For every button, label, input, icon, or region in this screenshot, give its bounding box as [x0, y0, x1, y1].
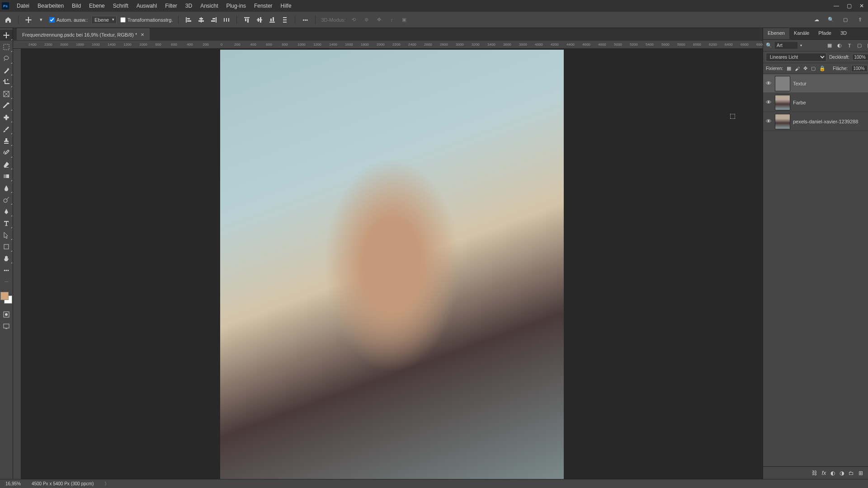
link-layers-icon[interactable]: ⛓: [812, 470, 817, 476]
crop-tool[interactable]: [0, 77, 13, 88]
filter-type-icon[interactable]: T: [846, 42, 853, 49]
layer-style-icon[interactable]: fx: [822, 470, 826, 476]
menu-ebene[interactable]: Ebene: [85, 1, 109, 11]
tab-ebenen[interactable]: Ebenen: [763, 28, 789, 39]
close-button[interactable]: ✕: [857, 1, 866, 10]
layer-row[interactable]: 👁 pexels-daniel-xavier-1239288: [763, 112, 868, 131]
search-icon[interactable]: 🔍: [766, 42, 772, 48]
menu-fenster[interactable]: Fenster: [250, 1, 277, 11]
tab-pfade[interactable]: Pfade: [814, 28, 836, 39]
lock-position-icon[interactable]: ✥: [803, 66, 807, 71]
frame-tool[interactable]: [0, 89, 13, 99]
shape-tool[interactable]: [0, 241, 13, 252]
eraser-tool[interactable]: [0, 159, 13, 170]
layer-mask-icon[interactable]: ◐: [830, 470, 835, 476]
lock-all-icon[interactable]: 🔒: [819, 66, 826, 71]
align-left-icon[interactable]: [184, 15, 193, 24]
align-top-icon[interactable]: [242, 15, 251, 24]
gradient-tool[interactable]: [0, 171, 13, 182]
workspace-icon[interactable]: ▢: [841, 15, 850, 24]
eyedropper-tool[interactable]: [0, 100, 13, 111]
zoom-level[interactable]: 16,95%: [5, 481, 21, 486]
align-bottom-icon[interactable]: [268, 15, 277, 24]
align-center-h-icon[interactable]: [197, 15, 206, 24]
fill-input[interactable]: [851, 65, 868, 72]
dodge-tool[interactable]: [0, 194, 13, 205]
foreground-color[interactable]: [0, 292, 9, 300]
dropdown-icon[interactable]: ▾: [37, 15, 46, 24]
marquee-tool[interactable]: [0, 42, 13, 52]
distribute-h-icon[interactable]: [222, 15, 231, 24]
status-chevron-icon[interactable]: 〉: [104, 481, 109, 487]
vertical-ruler[interactable]: [13, 49, 21, 479]
tab-3d[interactable]: 3D: [836, 28, 851, 39]
menu-auswahl[interactable]: Auswahl: [132, 1, 161, 11]
filter-type-select[interactable]: [775, 42, 797, 49]
blur-tool[interactable]: [0, 183, 13, 193]
layer-visibility-icon[interactable]: 👁: [765, 118, 772, 125]
more-options-icon[interactable]: •••: [301, 15, 310, 24]
menu-schrift[interactable]: Schrift: [109, 1, 132, 11]
align-middle-icon[interactable]: [255, 15, 264, 24]
move-tool[interactable]: [0, 30, 13, 41]
layer-visibility-icon[interactable]: 👁: [765, 99, 772, 106]
filter-pixel-icon[interactable]: ▦: [826, 42, 833, 49]
adjustment-layer-icon[interactable]: ◑: [840, 470, 844, 476]
lock-artboard-icon[interactable]: ▢: [811, 66, 816, 71]
search-icon[interactable]: 🔍: [826, 15, 835, 24]
share-icon[interactable]: ⇪: [855, 15, 864, 24]
menu-ansicht[interactable]: Ansicht: [196, 1, 222, 11]
layer-name[interactable]: Farbe: [793, 100, 806, 105]
document-tab[interactable]: Frequenztrennung.psdc bei 16,9% (Textur,…: [17, 28, 150, 40]
brush-tool[interactable]: [0, 124, 13, 135]
menu-bearbeiten[interactable]: Bearbeiten: [33, 1, 68, 11]
layer-visibility-icon[interactable]: 👁: [765, 80, 772, 87]
pen-tool[interactable]: [0, 206, 13, 217]
menu-3d[interactable]: 3D: [181, 1, 196, 11]
layer-name[interactable]: pexels-daniel-xavier-1239288: [793, 119, 858, 124]
minimize-button[interactable]: —: [832, 1, 841, 10]
layer-row[interactable]: 👁 Textur: [763, 74, 868, 93]
document-dimensions[interactable]: 4500 Px x 5400 Px (300 ppcm): [32, 481, 94, 486]
layer-group-icon[interactable]: 🗀: [849, 470, 854, 476]
auto-select-checkbox[interactable]: Autom. ausw.:: [49, 17, 88, 23]
menu-datei[interactable]: Datei: [13, 1, 33, 11]
opacity-input[interactable]: [852, 54, 868, 61]
layer-name[interactable]: Textur: [793, 81, 807, 86]
more-tools[interactable]: •••: [0, 265, 13, 276]
layer-select[interactable]: Ebene: [91, 16, 117, 24]
color-swatches[interactable]: [0, 292, 12, 304]
layer-thumbnail[interactable]: [775, 76, 790, 91]
canvas[interactable]: ⬚: [21, 49, 763, 479]
filter-shape-icon[interactable]: ▢: [856, 42, 863, 49]
lock-pixels-icon[interactable]: 🖌: [795, 66, 800, 71]
menu-hilfe[interactable]: Hilfe: [277, 1, 296, 11]
blend-mode-select[interactable]: Lineares Licht: [766, 53, 826, 61]
horizontal-ruler[interactable]: 2400220020001800160014001200100080060040…: [13, 41, 763, 49]
layer-row[interactable]: 👁 Farbe: [763, 93, 868, 112]
lasso-tool[interactable]: [0, 53, 13, 64]
healing-tool[interactable]: [0, 112, 13, 123]
filter-adjust-icon[interactable]: ◐: [836, 42, 843, 49]
move-tool-icon[interactable]: [24, 15, 33, 24]
new-layer-icon[interactable]: ⊞: [859, 470, 863, 476]
document-image[interactable]: [220, 50, 564, 479]
menu-filter[interactable]: Filter: [161, 1, 181, 11]
type-tool[interactable]: [0, 218, 13, 229]
menu-plugins[interactable]: Plug-ins: [222, 1, 250, 11]
screen-mode-tool[interactable]: [0, 321, 13, 332]
close-tab-icon[interactable]: ×: [141, 31, 144, 38]
align-right-icon[interactable]: [209, 15, 218, 24]
maximize-button[interactable]: ▢: [844, 1, 854, 10]
lock-transparency-icon[interactable]: ▦: [787, 66, 791, 71]
distribute-v-icon[interactable]: [280, 15, 289, 24]
quick-mask-tool[interactable]: [0, 309, 13, 320]
home-icon[interactable]: [4, 15, 13, 24]
menu-bild[interactable]: Bild: [68, 1, 85, 11]
history-brush-tool[interactable]: [0, 147, 13, 158]
tab-kanaele[interactable]: Kanäle: [789, 28, 814, 39]
layer-thumbnail[interactable]: [775, 95, 790, 110]
wand-tool[interactable]: [0, 65, 13, 76]
stamp-tool[interactable]: [0, 136, 13, 146]
path-select-tool[interactable]: [0, 230, 13, 240]
